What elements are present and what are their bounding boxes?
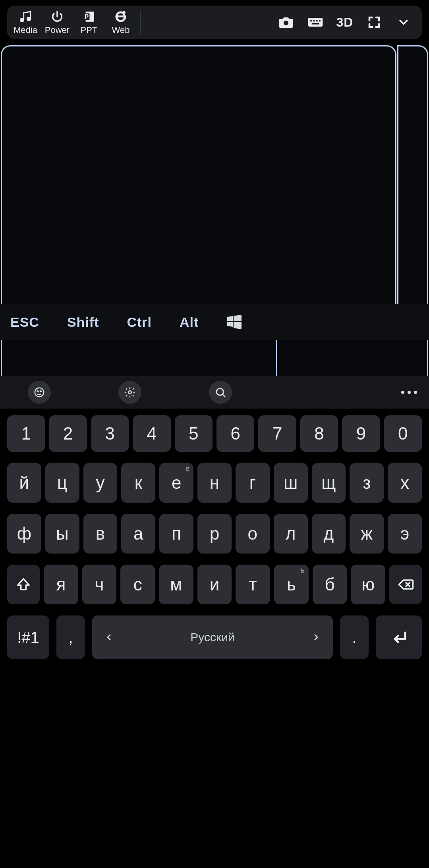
- svg-line-17: [222, 394, 225, 397]
- more-icon[interactable]: [401, 391, 417, 394]
- svg-rect-9: [316, 20, 318, 22]
- search-icon[interactable]: [209, 381, 232, 404]
- key-2[interactable]: 2: [49, 415, 87, 452]
- key-3[interactable]: 3: [91, 415, 129, 452]
- internet-explorer-icon: [113, 9, 128, 24]
- key-о[interactable]: о: [236, 514, 270, 554]
- windows-key[interactable]: [224, 312, 245, 332]
- key-9[interactable]: 9: [342, 415, 380, 452]
- key-м[interactable]: м: [159, 565, 193, 604]
- tab-power[interactable]: Power: [41, 6, 73, 39]
- key-э[interactable]: э: [388, 514, 422, 554]
- chevron-down-icon[interactable]: [393, 12, 414, 33]
- shift-key-kbd[interactable]: [7, 565, 40, 604]
- modifier-row: ESC Shift Ctrl Alt: [0, 304, 429, 340]
- key-щ[interactable]: щ: [312, 463, 346, 503]
- key-6[interactable]: 6: [216, 415, 254, 452]
- key-ф[interactable]: ф: [7, 514, 41, 554]
- tab-media-label: Media: [14, 25, 37, 35]
- key-ь-sup: ъ: [300, 566, 304, 575]
- key-0[interactable]: 0: [384, 415, 422, 452]
- tab-media[interactable]: Media: [10, 6, 41, 39]
- key-г[interactable]: г: [236, 463, 270, 503]
- key-а[interactable]: а: [121, 514, 155, 554]
- esc-key[interactable]: ESC: [10, 314, 39, 330]
- svg-point-5: [284, 21, 288, 25]
- mode-3d-button[interactable]: 3D: [334, 12, 355, 33]
- svg-point-14: [41, 391, 42, 392]
- toolbar-actions: 3D: [270, 12, 422, 33]
- svg-rect-10: [319, 20, 321, 22]
- next-language-icon: [311, 633, 321, 642]
- key-1[interactable]: 1: [7, 415, 45, 452]
- key-п[interactable]: п: [159, 514, 193, 554]
- powerpoint-icon: P: [81, 9, 97, 24]
- key-к[interactable]: к: [121, 463, 155, 503]
- key-8[interactable]: 8: [300, 415, 338, 452]
- key-й[interactable]: й: [7, 463, 41, 503]
- key-х[interactable]: х: [388, 463, 422, 503]
- key-е[interactable]: е ё: [159, 463, 193, 503]
- tab-power-label: Power: [45, 25, 70, 35]
- key-4[interactable]: 4: [133, 415, 170, 452]
- key-р[interactable]: р: [197, 514, 232, 554]
- camera-icon[interactable]: [276, 12, 296, 33]
- kbd-row-4: я ч с м и т ь ъ б ю: [7, 565, 422, 604]
- svg-rect-7: [310, 20, 312, 22]
- key-ч[interactable]: ч: [82, 565, 117, 604]
- key-я[interactable]: я: [44, 565, 78, 604]
- key-д[interactable]: д: [312, 514, 346, 554]
- comma-key[interactable]: ,: [56, 615, 85, 659]
- key-з[interactable]: з: [350, 463, 384, 503]
- svg-text:P: P: [85, 14, 89, 20]
- enter-key[interactable]: [376, 615, 422, 659]
- tab-web[interactable]: Web: [105, 6, 137, 39]
- key-е-sup: ё: [186, 465, 189, 473]
- ctrl-key[interactable]: Ctrl: [127, 314, 152, 330]
- key-ц[interactable]: ц: [45, 463, 79, 503]
- secondary-panel-left[interactable]: [1, 340, 277, 376]
- svg-rect-6: [308, 18, 323, 27]
- tab-ppt-label: PPT: [81, 25, 98, 35]
- backspace-key[interactable]: [389, 565, 422, 604]
- symbols-key[interactable]: !#1: [7, 615, 49, 659]
- prev-language-icon: [104, 633, 114, 642]
- secondary-panel-right[interactable]: [278, 340, 428, 376]
- svg-point-0: [20, 18, 24, 22]
- key-у[interactable]: у: [83, 463, 118, 503]
- key-ш[interactable]: ш: [274, 463, 308, 503]
- key-ь[interactable]: ь ъ: [274, 565, 309, 604]
- key-ж[interactable]: ж: [350, 514, 384, 554]
- key-и[interactable]: и: [197, 565, 232, 604]
- tab-ppt[interactable]: P PPT: [73, 6, 105, 39]
- period-key[interactable]: .: [340, 615, 369, 659]
- gear-icon[interactable]: [118, 381, 141, 404]
- key-с[interactable]: с: [120, 565, 155, 604]
- key-б[interactable]: б: [313, 565, 347, 604]
- trackpad-area[interactable]: [1, 45, 396, 304]
- kbd-row-5: !#1 , Русский .: [7, 615, 422, 659]
- toolbar-divider: [140, 10, 141, 35]
- svg-point-15: [128, 391, 131, 394]
- toolbar-tabs: Media Power P PPT: [7, 6, 137, 39]
- power-icon: [50, 9, 65, 24]
- keyboard-icon[interactable]: [305, 12, 326, 33]
- svg-rect-8: [313, 20, 315, 22]
- key-т[interactable]: т: [236, 565, 270, 604]
- key-н[interactable]: н: [197, 463, 232, 503]
- fullscreen-icon[interactable]: [364, 12, 385, 33]
- key-в[interactable]: в: [83, 514, 118, 554]
- spacebar[interactable]: Русский: [92, 615, 333, 659]
- alt-key[interactable]: Alt: [180, 314, 199, 330]
- key-5[interactable]: 5: [175, 415, 213, 452]
- keyboard-suggestion-bar: [0, 376, 429, 409]
- scroll-strip[interactable]: [397, 45, 428, 304]
- key-7[interactable]: 7: [258, 415, 296, 452]
- kbd-row-2: й ц у к е ё н г ш щ з х: [7, 463, 422, 503]
- remote-surface: [0, 45, 429, 304]
- shift-key[interactable]: Shift: [67, 314, 99, 330]
- key-ю[interactable]: ю: [351, 565, 385, 604]
- key-л[interactable]: л: [274, 514, 308, 554]
- emoji-icon[interactable]: [28, 381, 51, 404]
- key-ы[interactable]: ы: [45, 514, 79, 554]
